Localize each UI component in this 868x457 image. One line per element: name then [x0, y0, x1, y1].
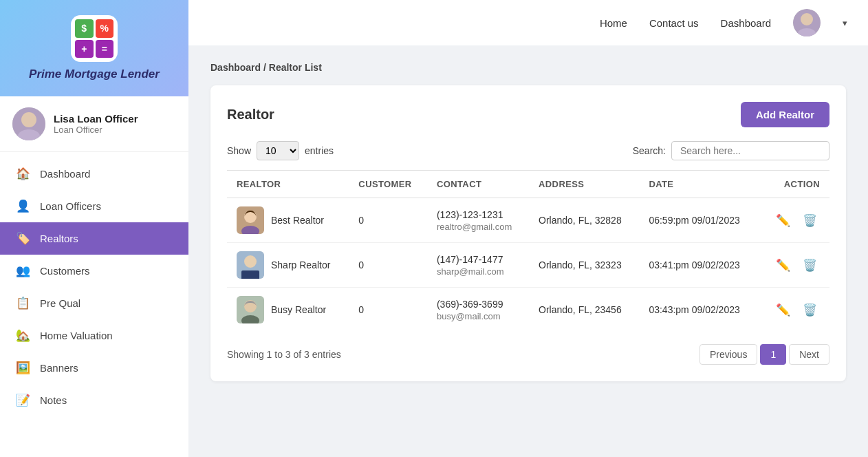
realtor-cell-0: Best Realtor — [227, 198, 349, 243]
sidebar-item-label: Notes — [40, 394, 67, 406]
realtor-cell-2: Busy Realtor — [227, 288, 349, 332]
contact-phone-2: (369)-369-3699 — [437, 299, 519, 310]
realtor-card: Realtor Add Realtor Show 10 25 50 100 en… — [210, 85, 846, 381]
breadcrumb: Dashboard / Realtor List — [210, 62, 846, 73]
contact-email-2: busy@mail.com — [437, 311, 519, 321]
col-contact: CONTACT — [427, 171, 529, 198]
next-button[interactable]: Next — [789, 344, 829, 365]
show-label: Show — [227, 145, 251, 156]
user-avatar — [12, 107, 45, 140]
sidebar-item-banners[interactable]: 🖼️ Banners — [0, 352, 188, 384]
table-row: Busy Realtor 0 (369)-369-3699 busy@mail.… — [227, 288, 829, 332]
edit-button-0[interactable]: ✏️ — [773, 212, 793, 229]
sidebar-logo: $ % + = Prime Mortgage Lender — [0, 0, 188, 96]
topnav-home[interactable]: Home — [600, 17, 627, 29]
sidebar-item-customers[interactable]: 👥 Customers — [0, 255, 188, 287]
logo-plus: + — [75, 40, 94, 59]
topnav-avatar[interactable] — [793, 9, 821, 36]
realtor-table: REALTOR CUSTOMER CONTACT ADDRESS DATE AC… — [227, 170, 829, 332]
sidebar-item-label: Banners — [40, 362, 78, 374]
address-1: Orlando, FL, 32323 — [529, 243, 639, 288]
realtors-icon: 🏷️ — [15, 231, 30, 246]
svg-point-7 — [244, 211, 257, 223]
table-row: Sharp Realtor 0 (147)-147-1477 sharp@mai… — [227, 243, 829, 288]
content-area: Dashboard / Realtor List Realtor Add Rea… — [188, 45, 868, 457]
address-2: Orlando, FL, 23456 — [529, 288, 639, 332]
contact-cell-2: (369)-369-3699 busy@mail.com — [427, 288, 529, 332]
date-1: 03:41:pm 09/02/2023 — [639, 243, 758, 288]
action-cell-1: ✏️ 🗑️ — [758, 243, 829, 288]
card-title: Realtor — [227, 107, 274, 123]
topnav: Home Contact us Dashboard ▾ — [188, 0, 868, 45]
add-realtor-button[interactable]: Add Realtor — [741, 102, 829, 127]
previous-button[interactable]: Previous — [699, 344, 757, 365]
contact-phone-0: (123)-123-1231 — [437, 209, 519, 220]
card-header: Realtor Add Realtor — [227, 102, 829, 127]
delete-button-1[interactable]: 🗑️ — [800, 257, 820, 274]
topnav-chevron-icon[interactable]: ▾ — [843, 18, 847, 28]
app-title: Prime Mortgage Lender — [29, 67, 160, 81]
logo-equals: = — [96, 40, 114, 59]
customer-count-2: 0 — [349, 288, 427, 332]
logo-percent: % — [96, 19, 114, 38]
realtor-name-2: Busy Realtor — [271, 304, 326, 315]
sidebar-item-dashboard[interactable]: 🏠 Dashboard — [0, 158, 188, 190]
contact-email-0: realtro@gmail.com — [437, 222, 519, 232]
sidebar-nav: 🏠 Dashboard 👤 Loan Officers 🏷️ Realtors … — [0, 152, 188, 457]
sidebar-item-label: Customers — [40, 265, 90, 277]
delete-button-2[interactable]: 🗑️ — [800, 301, 820, 319]
col-date: DATE — [639, 171, 758, 198]
realtor-avatar-2 — [237, 296, 264, 323]
date-0: 06:59:pm 09/01/2023 — [639, 198, 758, 243]
topnav-contact[interactable]: Contact us — [649, 17, 699, 29]
sidebar-item-label: Loan Officers — [40, 200, 101, 212]
search-input[interactable] — [671, 141, 829, 160]
realtor-cell-1: Sharp Realtor — [227, 243, 349, 288]
date-2: 03:43:pm 09/02/2023 — [639, 288, 758, 332]
contact-cell-0: (123)-123-1231 realtro@gmail.com — [427, 198, 529, 243]
realtor-avatar-0 — [237, 206, 264, 234]
breadcrumb-separator: / — [263, 62, 269, 73]
show-entries: Show 10 25 50 100 entries — [227, 141, 334, 160]
entries-select[interactable]: 10 25 50 100 — [257, 141, 299, 160]
sidebar-item-pre-qual[interactable]: 📋 Pre Qual — [0, 287, 188, 319]
dashboard-icon: 🏠 — [15, 167, 30, 181]
realtor-name-1: Sharp Realtor — [271, 259, 330, 270]
user-info: Lisa Loan Officer Loan Officer — [54, 113, 138, 135]
svg-point-10 — [244, 255, 257, 268]
customer-count-1: 0 — [349, 243, 427, 288]
sidebar-item-loan-officers[interactable]: 👤 Loan Officers — [0, 190, 188, 222]
breadcrumb-base[interactable]: Dashboard — [210, 62, 261, 73]
delete-button-0[interactable]: 🗑️ — [800, 212, 820, 229]
logo-icon: $ % + = — [71, 15, 118, 62]
edit-button-1[interactable]: ✏️ — [773, 257, 793, 274]
col-address: ADDRESS — [529, 171, 639, 198]
showing-text: Showing 1 to 3 of 3 entries — [227, 349, 341, 360]
entries-label: entries — [305, 145, 334, 156]
svg-point-1 — [21, 112, 36, 127]
user-name: Lisa Loan Officer — [54, 113, 138, 125]
address-0: Orlando, FL, 32828 — [529, 198, 639, 243]
sidebar-item-notes[interactable]: 📝 Notes — [0, 384, 188, 416]
sidebar-item-label: Pre Qual — [40, 297, 80, 309]
svg-point-4 — [801, 13, 813, 25]
page-1-button[interactable]: 1 — [760, 344, 786, 365]
col-realtor: REALTOR — [227, 171, 349, 198]
search-box: Search: — [633, 141, 829, 160]
search-label: Search: — [633, 145, 666, 156]
notes-icon: 📝 — [15, 393, 30, 407]
topnav-dashboard[interactable]: Dashboard — [721, 17, 771, 29]
pagination-buttons: Previous 1 Next — [699, 344, 829, 365]
table-row: Best Realtor 0 (123)-123-1231 realtro@gm… — [227, 198, 829, 243]
contact-email-1: sharp@mail.com — [437, 266, 519, 277]
table-controls: Show 10 25 50 100 entries Search: — [227, 141, 829, 160]
sidebar-item-realtors[interactable]: 🏷️ Realtors — [0, 222, 188, 255]
sidebar: $ % + = Prime Mortgage Lender Lisa Loan … — [0, 0, 188, 457]
pagination-row: Showing 1 to 3 of 3 entries Previous 1 N… — [227, 344, 829, 365]
sidebar-item-home-valuation[interactable]: 🏡 Home Valuation — [0, 319, 188, 352]
loan-officers-icon: 👤 — [15, 199, 30, 213]
contact-phone-1: (147)-147-1477 — [437, 254, 519, 265]
banners-icon: 🖼️ — [15, 361, 30, 375]
edit-button-2[interactable]: ✏️ — [773, 301, 793, 319]
main-content: Home Contact us Dashboard ▾ Dashboard / … — [188, 0, 868, 457]
